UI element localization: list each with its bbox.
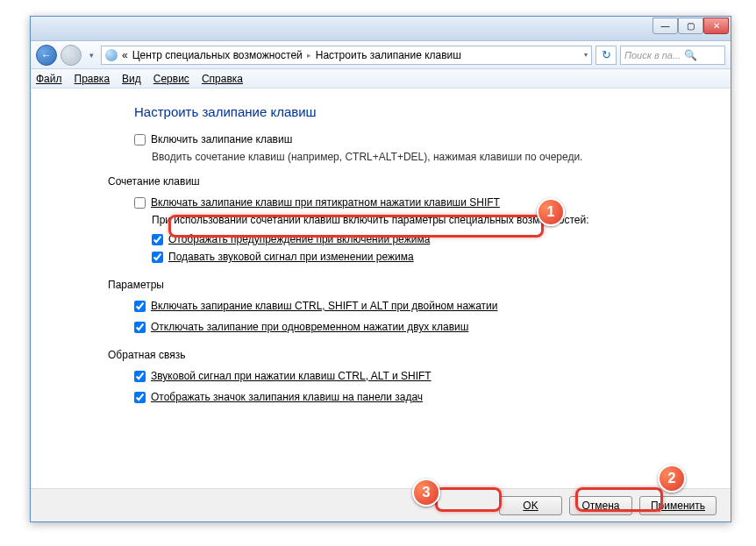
shift5-checkbox[interactable]: [134, 197, 146, 209]
search-placeholder: Поиск в па...: [624, 50, 681, 60]
shortcut-desc: При использовании сочетаний клавиш включ…: [152, 214, 710, 226]
content: Настроить залипание клавиш Включить зали…: [31, 89, 731, 490]
menubar: Файл Правка Вид Сервис Справка: [31, 69, 731, 89]
warn-checkbox[interactable]: [152, 234, 163, 245]
forward-button[interactable]: →: [61, 45, 82, 66]
enable-sticky-checkbox[interactable]: [134, 134, 146, 145]
window: — ▢ ✕ ← → ▾ « Центр специальных возможно…: [30, 16, 731, 522]
menu-file[interactable]: Файл: [36, 73, 62, 85]
location-icon: [105, 49, 118, 61]
address-bar[interactable]: « Центр специальных возможностей ▸ Настр…: [101, 46, 592, 65]
nav-history-dropdown[interactable]: ▾: [85, 46, 97, 64]
footer: OK Отмена Применить: [31, 488, 731, 521]
sound-label: Подавать звуковой сигнал при изменении р…: [168, 251, 414, 263]
close-button[interactable]: ✕: [703, 18, 729, 34]
menu-view[interactable]: Вид: [122, 73, 141, 85]
lock-label: Включать запирание клавиш CTRL, SHIFT и …: [151, 300, 497, 312]
breadcrumb-2[interactable]: Настроить залипание клавиш: [316, 49, 461, 61]
group-feedback: Обратная связь: [108, 349, 710, 361]
chevrons: «: [122, 49, 128, 61]
window-buttons: — ▢ ✕: [653, 18, 729, 34]
menu-help[interactable]: Справка: [202, 73, 243, 85]
beep-checkbox[interactable]: [134, 371, 146, 382]
beep-label: Звуковой сигнал при нажатии клавиш CTRL,…: [151, 370, 431, 382]
titlebar: — ▢ ✕: [31, 17, 731, 41]
lock-checkbox[interactable]: [134, 301, 146, 312]
search-icon: 🔍: [684, 49, 697, 61]
page-title: Настроить залипание клавиш: [134, 104, 710, 119]
shift5-label: Включать залипание клавиш при пятикратно…: [151, 196, 500, 209]
off2-checkbox[interactable]: [134, 322, 146, 333]
cancel-button[interactable]: Отмена: [569, 496, 632, 515]
refresh-button[interactable]: ↻: [596, 46, 617, 65]
maximize-button[interactable]: ▢: [678, 18, 703, 34]
enable-sticky-label: Включить залипание клавиш: [151, 133, 292, 145]
menu-edit[interactable]: Правка: [75, 73, 111, 85]
navbar: ← → ▾ « Центр специальных возможностей ▸…: [31, 41, 731, 69]
warn-label: Отображать предупреждение при включении …: [168, 233, 430, 245]
enable-desc: Вводить сочетание клавиш (например, CTRL…: [152, 151, 710, 163]
search-box[interactable]: Поиск в па... 🔍: [620, 46, 725, 65]
group-params: Параметры: [108, 279, 710, 291]
apply-button[interactable]: Применить: [639, 496, 717, 515]
tray-label: Отображать значок залипания клавиш на па…: [151, 391, 423, 403]
sound-checkbox[interactable]: [152, 252, 163, 263]
ok-button[interactable]: OK: [499, 496, 562, 515]
breadcrumb-1[interactable]: Центр специальных возможностей: [132, 49, 303, 61]
breadcrumb-dropdown[interactable]: ▾: [584, 51, 588, 59]
back-button[interactable]: ←: [36, 45, 57, 66]
breadcrumb-sep: ▸: [307, 51, 311, 60]
minimize-button[interactable]: —: [653, 18, 678, 34]
off2-label: Отключать залипание при одновременном на…: [151, 321, 468, 333]
group-shortcut: Сочетание клавиш: [108, 175, 710, 188]
tray-checkbox[interactable]: [134, 392, 146, 403]
menu-tools[interactable]: Сервис: [153, 73, 189, 85]
